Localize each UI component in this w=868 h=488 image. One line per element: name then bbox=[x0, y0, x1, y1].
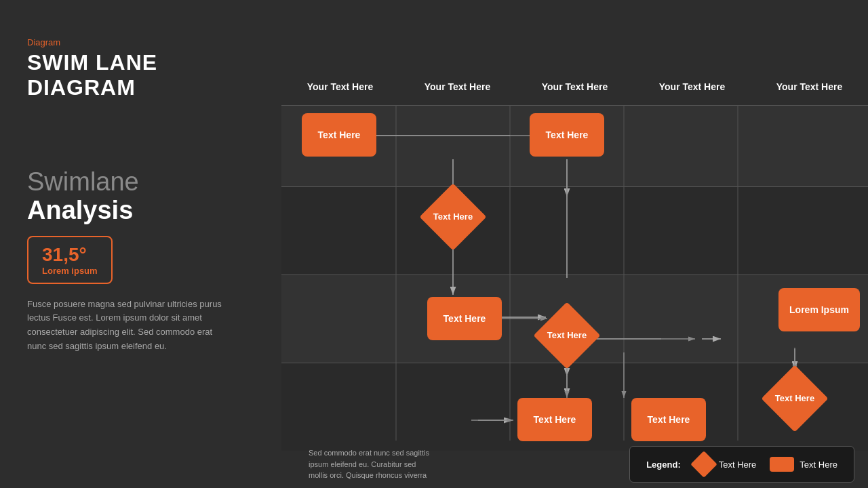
shape-rect-1[interactable]: Text Here bbox=[302, 113, 376, 157]
description-text: Fusce posuere magna sed pulvinar ultrici… bbox=[27, 298, 231, 354]
bottom-description: Sed commodo erat nunc sed sagittis ipsum… bbox=[295, 447, 444, 481]
legend-rect-text: Text Here bbox=[800, 460, 837, 470]
shape-diamond-2[interactable]: Text Here bbox=[536, 305, 597, 366]
shape-rect-4[interactable]: Text Here bbox=[517, 398, 592, 441]
legend-diamond-icon bbox=[690, 451, 717, 478]
col-header-2: Your Text Here bbox=[399, 73, 516, 100]
col-header-3: Your Text Here bbox=[516, 73, 633, 100]
stat-box: 31,5° Lorem ipsum bbox=[27, 236, 113, 284]
shape-rect-5[interactable]: Text Here bbox=[631, 398, 706, 441]
shape-rect-2[interactable]: Text Here bbox=[530, 113, 604, 157]
analysis-line2: Analysis bbox=[27, 197, 254, 225]
lane-2 bbox=[281, 186, 868, 274]
legend-rect-icon bbox=[770, 457, 794, 472]
analysis-line1: Swimlane bbox=[27, 167, 139, 196]
main-title: SWIM LANE DIAGRAM bbox=[27, 50, 254, 100]
col-header-4: Your Text Here bbox=[633, 73, 751, 100]
column-headers: Your Text Here Your Text Here Your Text … bbox=[281, 73, 868, 100]
shape-rect-3[interactable]: Text Here bbox=[427, 297, 502, 340]
legend-label: Legend: bbox=[646, 460, 681, 470]
legend-box: Legend: Text Here Text Here bbox=[629, 446, 854, 483]
diagram-area: Your Text Here Your Text Here Your Text … bbox=[281, 0, 868, 488]
legend-item-rect: Text Here bbox=[770, 457, 837, 472]
analysis-title: Swimlane Analysis bbox=[27, 168, 254, 225]
left-panel: Diagram SWIM LANE DIAGRAM Swimlane Analy… bbox=[0, 0, 281, 488]
col-header-1: Your Text Here bbox=[281, 73, 399, 100]
legend-diamond-text: Text Here bbox=[719, 460, 757, 470]
stat-number: 31,5° bbox=[42, 244, 98, 266]
shape-diamond-3[interactable]: Text Here bbox=[764, 368, 825, 429]
shape-lorem-ipsum[interactable]: Lorem Ipsum bbox=[778, 288, 860, 331]
stat-sub: Lorem ipsum bbox=[42, 266, 98, 276]
diagram-label: Diagram bbox=[27, 37, 254, 47]
bottom-section: Sed commodo erat nunc sed sagittis ipsum… bbox=[281, 441, 868, 488]
shape-diamond-1[interactable]: Text Here bbox=[422, 186, 484, 247]
lanes-container: Text Here Text Here Text Here Text Here … bbox=[281, 105, 868, 441]
col-header-5: Your Text Here bbox=[751, 73, 868, 100]
legend-item-diamond: Text Here bbox=[694, 455, 757, 474]
